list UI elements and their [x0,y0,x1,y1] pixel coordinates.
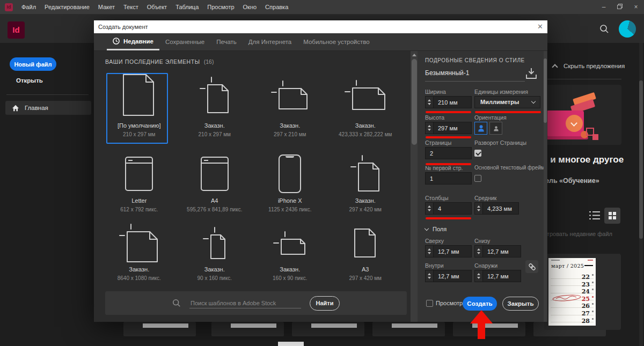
primary-text-frame-checkbox[interactable] [474,175,481,182]
tab-3[interactable]: Для Интернета [243,33,297,50]
preset-item-8[interactable]: Заказн.8640 x 1080 пикс. [101,222,177,290]
margin-inside-label: Внутри [425,262,444,269]
recent-file-card-stub-1[interactable] [211,322,284,336]
hide-suggestions-toggle[interactable]: Скрыть предложения [553,63,625,69]
margins-section-toggle[interactable]: Поля [425,226,447,232]
section-count: (16) [204,58,214,65]
columns-input[interactable] [433,202,472,215]
list-view-icon[interactable] [589,211,600,222]
preset-item-11[interactable]: A3297 x 420 мм [328,222,404,290]
avatar[interactable] [619,20,636,38]
menu-item-0[interactable]: Файл [17,0,40,14]
tab-0[interactable]: Недавние [107,33,159,50]
preset-item-1[interactable]: Заказн.210 x 297 мм [177,70,253,151]
gutter-input[interactable] [482,202,519,215]
menu-item-6[interactable]: Просмотр [203,0,238,14]
menu-item-7[interactable]: Окно [239,0,261,14]
recent-file-card-stub-0[interactable] [123,322,196,336]
margin-bottom-input[interactable] [482,245,521,257]
tab-2[interactable]: Печать [210,33,243,50]
indesign-mini-logo-icon: Id [5,3,13,11]
dialog-tabs: НедавниеСохраненныеПечатьДля ИнтернетаМо… [94,33,547,51]
menu-item-2[interactable]: Макет [94,0,119,14]
scrollbar-thumb[interactable] [544,58,547,123]
height-input[interactable] [433,122,472,134]
margin-top-input[interactable] [433,245,472,257]
preset-item-7[interactable]: Заказн.297 x 420 мм [328,151,404,222]
preset-item-2[interactable]: Заказн.297 x 210 мм [252,70,328,151]
columns-stepper[interactable] [425,202,433,215]
margin-outside-stepper[interactable] [474,270,482,282]
doc-icon [353,222,378,265]
dialog-titlebar: Создать документ ✕ [94,20,547,33]
height-stepper[interactable] [425,122,433,134]
panel-scrollbar[interactable] [544,51,547,322]
scrollbar-thumb[interactable] [639,80,643,239]
menu-item-3[interactable]: Текст [119,0,143,14]
recent-file-card-stub-3[interactable] [372,322,445,336]
preset-item-5[interactable]: A4595,276 x 841,89 пикс. [177,151,253,222]
calendar-micro-text [551,260,560,261]
tab-4[interactable]: Мобильное устройство [297,33,375,50]
stock-search-input[interactable] [189,298,301,308]
first-page-input[interactable] [425,172,472,185]
find-button[interactable]: Найти [310,296,340,311]
tab-1[interactable]: Сохраненные [159,33,210,50]
width-stepper[interactable] [425,96,433,108]
menu-item-1[interactable]: Редактирование [40,0,94,14]
preset-item-9[interactable]: Заказн.90 x 160 пикс. [177,222,253,290]
preset-size: 1125 x 2436 пикс. [268,207,311,212]
preset-grid: [По умолчанию]210 x 297 мм Заказн.210 x … [101,70,403,290]
close-button[interactable]: Закрыть [502,297,539,311]
orientation-landscape-button[interactable] [489,122,502,135]
margin-outside-input[interactable] [482,270,521,282]
save-preset-icon[interactable] [526,68,537,82]
dialog-close-icon[interactable]: ✕ [537,20,543,33]
preset-name: Заказн. [129,266,149,273]
grid-view-button[interactable] [604,208,620,224]
margin-inside-input[interactable] [433,270,472,282]
preset-item-6[interactable]: iPhone X1125 x 2436 пикс. [252,151,328,222]
recent-file-card-stub-2[interactable] [292,322,364,336]
menu-item-8[interactable]: Справка [261,0,292,14]
preset-item-3[interactable]: Заказн.423,333 x 282,222 мм [328,70,404,151]
open-button[interactable]: Открыть [16,77,43,84]
create-button[interactable]: Создать [463,297,497,311]
margin-top-stepper[interactable] [425,245,433,257]
orientation-portrait-button[interactable] [474,122,487,135]
preset-details-panel: ПОДРОБНЫЕ СВЕДЕНИЯ О СТИЛЕ Безымянный-1 … [418,51,547,322]
new-file-button[interactable]: Новый файл [10,57,56,71]
gutter-stepper[interactable] [474,202,482,215]
scrollbar-thumb[interactable] [412,59,417,145]
dialog-scrollbar[interactable] [411,51,418,322]
filter-recent-input[interactable]: ьтровать недавние файл [544,231,612,237]
preset-item-0[interactable]: [По умолчанию]210 x 297 мм [101,70,177,151]
menu-item-4[interactable]: Объект [143,0,171,14]
pages-input[interactable] [425,147,472,159]
margin-bottom-stepper[interactable] [474,245,482,257]
tab-label: Мобильное устройство [303,39,369,45]
minimize-icon[interactable]: – [596,0,612,14]
restore-icon[interactable] [612,0,628,14]
width-input[interactable] [433,96,472,108]
thumbnail-stub [278,342,304,346]
preset-item-10[interactable]: Заказн.160 x 90 пикс. [252,222,328,290]
scroll-up-icon[interactable] [412,54,416,56]
document-name-input[interactable]: Безымянный-1 [425,69,469,77]
facing-pages-checkbox[interactable] [474,150,481,157]
tablet-icon [199,151,230,196]
link-margins-button[interactable] [525,260,538,273]
window-scrollbar[interactable] [639,43,643,346]
margin-inside-stepper[interactable] [425,270,433,282]
menu-item-5[interactable]: Таблица [171,0,203,14]
tab-label: Недавние [123,38,153,45]
preview-checkbox[interactable] [426,300,433,307]
close-window-icon[interactable]: × [628,0,644,14]
units-dropdown[interactable]: Миллиметры [474,96,540,108]
preset-item-4[interactable]: Letter612 x 792 пикс. [101,151,177,222]
promo-illustration-card[interactable] [541,85,621,145]
recent-file-calendar-card[interactable]: март / 2025 22232425262728 [544,254,621,330]
sidebar-item-home[interactable]: Главная [5,101,91,115]
name-underline [425,81,525,82]
search-icon[interactable] [599,24,609,36]
